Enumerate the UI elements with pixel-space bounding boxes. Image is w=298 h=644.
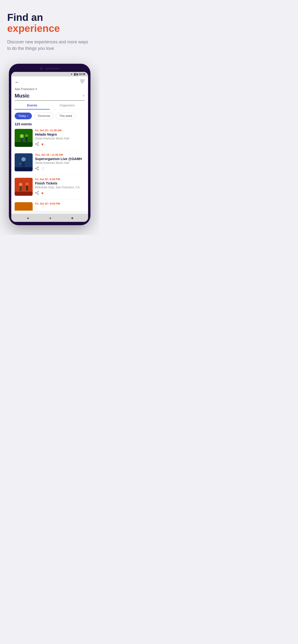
svg-rect-8	[15, 142, 33, 147]
svg-line-33	[36, 192, 38, 192]
status-time: 12:30	[79, 73, 85, 76]
tab-organizers[interactable]: Organizers	[50, 104, 85, 110]
event-image-1	[15, 129, 33, 147]
event-separator-3	[15, 199, 85, 199]
app-header: ←	[15, 79, 85, 85]
event-image-4	[15, 202, 33, 210]
svg-point-21	[35, 168, 36, 169]
event-item[interactable]: Fri, Set 20 • 11:00 AM Helado Negro Grea…	[15, 129, 85, 147]
tab-events[interactable]: Events	[15, 104, 50, 110]
svg-rect-7	[26, 137, 27, 141]
event-actions-1: ♥	[35, 142, 85, 147]
phone-bottom-nav: ◄ ● ■	[11, 214, 88, 222]
hero-title-line1: Find an	[7, 12, 43, 23]
svg-rect-28	[26, 186, 28, 190]
svg-point-19	[38, 167, 39, 168]
share-button-1[interactable]	[35, 142, 39, 147]
svg-point-11	[35, 144, 36, 144]
event-img-concert-1	[15, 129, 33, 147]
share-icon-1	[35, 142, 39, 146]
nav-back-button[interactable]: ◄	[26, 216, 30, 220]
chip-close-icon[interactable]: ×	[27, 114, 28, 118]
event-actions-2: ♡	[35, 166, 85, 171]
location-text: San Francisco	[15, 87, 35, 91]
svg-point-6	[25, 134, 28, 137]
tabs-row: Events Organizers	[15, 104, 85, 110]
svg-point-9	[38, 142, 39, 143]
signal-icon: ▐▐	[73, 73, 77, 76]
svg-rect-26	[20, 186, 22, 191]
status-bar: ▼ ▐▐ ▮ 12:30	[11, 72, 88, 76]
event-details-2: Thu, Set 19 • 11:00 AM Superorganism Liv…	[35, 153, 85, 171]
app-content: ← San Francisco ▾ Mus	[11, 76, 88, 210]
event-datetime-3: Fri, Set 20 • 8:00 PM	[35, 178, 85, 181]
hero-title: Find an experience	[7, 12, 92, 34]
concert-silhouette-1	[15, 129, 33, 147]
event-image-3	[15, 178, 33, 196]
search-clear-button[interactable]: ×	[83, 94, 85, 98]
svg-point-4	[20, 134, 24, 138]
svg-line-34	[36, 193, 38, 194]
favorite-button-1[interactable]: ♥	[41, 142, 44, 146]
event-name-1: Helado Negro	[35, 132, 85, 136]
share-icon-3	[35, 191, 39, 195]
svg-point-10	[38, 145, 39, 146]
chip-today[interactable]: Today ×	[15, 112, 32, 119]
event-separator-1	[15, 150, 85, 150]
svg-rect-18	[15, 167, 33, 171]
status-icons: ▼ ▐▐ ▮ 12:30	[71, 73, 85, 76]
filter-button[interactable]	[80, 80, 85, 84]
share-button-3[interactable]	[35, 191, 39, 196]
svg-point-30	[38, 191, 39, 192]
event-venue-1: Great American Music Hall	[35, 137, 85, 141]
event-datetime-1: Fri, Set 20 • 11:00 AM	[35, 129, 85, 132]
svg-rect-35	[15, 202, 33, 210]
back-button[interactable]: ←	[15, 79, 20, 85]
svg-point-27	[26, 182, 29, 186]
hero-title-line2: experience	[7, 23, 92, 34]
battery-icon: ▮	[77, 73, 78, 76]
hero-section: Find an experience Discover new experien…	[7, 10, 92, 59]
event-name-2: Superorganism Live @GAMH	[35, 157, 85, 161]
phone-camera	[40, 67, 43, 70]
event-img-concert-2	[15, 153, 33, 171]
svg-line-12	[36, 143, 38, 144]
phone-mockup: ▼ ▐▐ ▮ 12:30 ←	[9, 64, 90, 225]
event-actions-3: ♥	[35, 191, 85, 196]
event-item-4[interactable]: Fri, Set 20 • 8:00 PM	[15, 202, 85, 210]
nav-recents-button[interactable]: ■	[71, 216, 73, 220]
event-item-2[interactable]: Thu, Set 19 • 11:00 AM Superorganism Liv…	[15, 153, 85, 171]
svg-point-32	[35, 192, 36, 193]
phone-top-bar	[11, 67, 88, 70]
phone-speaker	[45, 68, 60, 69]
wifi-icon: ▼	[71, 73, 73, 76]
svg-line-13	[36, 144, 38, 145]
favorite-button-2[interactable]: ♡	[41, 166, 45, 171]
svg-line-23	[36, 169, 38, 170]
chip-this-week[interactable]: This week	[56, 112, 76, 119]
svg-point-20	[38, 169, 39, 170]
event-datetime-2: Thu, Set 19 • 11:00 AM	[35, 153, 85, 156]
svg-point-25	[19, 183, 22, 186]
share-icon-2	[35, 166, 39, 170]
concert-silhouette-2	[15, 153, 33, 171]
share-button-2[interactable]	[35, 166, 39, 171]
event-name-3: Finish Tickets	[35, 181, 85, 185]
event-venue-2: Great American Music Hall	[35, 161, 85, 165]
location-chevron-icon: ▾	[36, 88, 37, 90]
event-img-concert-3	[15, 178, 33, 196]
event-details-4: Fri, Set 20 • 8:00 PM	[35, 202, 85, 206]
event-details-1: Fri, Set 20 • 11:00 AM Helado Negro Grea…	[35, 129, 85, 147]
favorite-button-3[interactable]: ♥	[41, 191, 44, 196]
nav-home-button[interactable]: ●	[49, 216, 51, 220]
svg-point-15	[21, 157, 26, 162]
chip-tomorrow[interactable]: Tomorrow	[34, 112, 54, 119]
svg-rect-29	[15, 192, 33, 196]
concert-silhouette-3	[15, 178, 33, 196]
concert-silhouette-4	[15, 202, 33, 210]
event-item-3[interactable]: Fri, Set 20 • 8:00 PM Finish Tickets Ric…	[15, 178, 85, 196]
event-venue-3: Rickshaw Stop, San Francisco, CA	[35, 186, 85, 190]
hero-subtitle: Discover new experiences and more ways t…	[7, 39, 92, 52]
location-row[interactable]: San Francisco ▾	[15, 87, 85, 91]
search-query[interactable]: Music	[15, 93, 83, 99]
